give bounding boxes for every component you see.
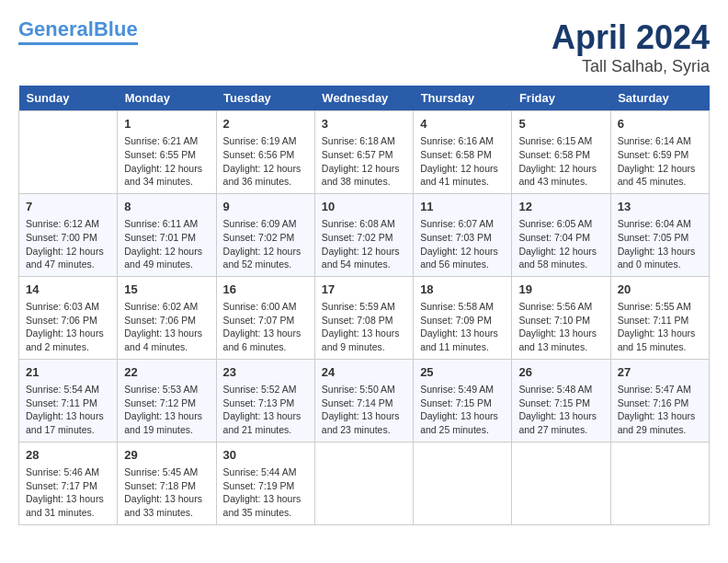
day-cell: 30Sunrise: 5:44 AM Sunset: 7:19 PM Dayli…: [216, 442, 314, 524]
logo-text: GeneralBlue: [18, 18, 138, 40]
header-day-wednesday: Wednesday: [314, 86, 413, 111]
day-cell: 10Sunrise: 6:08 AM Sunset: 7:02 PM Dayli…: [314, 193, 413, 276]
title-area: April 2024 Tall Salhab, Syria: [552, 18, 710, 76]
day-cell: [314, 442, 413, 524]
day-number: 26: [518, 364, 603, 381]
day-number: 18: [420, 282, 505, 298]
day-number: 11: [420, 199, 505, 215]
month-title: April 2024: [552, 18, 710, 57]
day-number: 16: [223, 282, 308, 298]
day-cell: 5Sunrise: 6:15 AM Sunset: 6:58 PM Daylig…: [512, 111, 610, 194]
day-info: Sunrise: 5:52 AM Sunset: 7:13 PM Dayligh…: [223, 383, 308, 437]
week-row-0: 1Sunrise: 6:21 AM Sunset: 6:55 PM Daylig…: [19, 111, 710, 194]
day-info: Sunrise: 6:18 AM Sunset: 6:57 PM Dayligh…: [322, 134, 406, 189]
day-cell: [512, 442, 610, 524]
day-cell: 17Sunrise: 5:59 AM Sunset: 7:08 PM Dayli…: [314, 276, 413, 359]
day-info: Sunrise: 6:11 AM Sunset: 7:01 PM Dayligh…: [124, 217, 209, 271]
day-cell: 21Sunrise: 5:54 AM Sunset: 7:11 PM Dayli…: [19, 359, 118, 442]
day-info: Sunrise: 5:53 AM Sunset: 7:12 PM Dayligh…: [124, 383, 209, 437]
day-cell: 20Sunrise: 5:55 AM Sunset: 7:11 PM Dayli…: [610, 276, 709, 359]
day-number: 21: [26, 364, 110, 381]
day-cell: 7Sunrise: 6:12 AM Sunset: 7:00 PM Daylig…: [19, 193, 118, 276]
day-number: 17: [322, 282, 406, 298]
day-cell: 1Sunrise: 6:21 AM Sunset: 6:55 PM Daylig…: [118, 111, 216, 194]
day-cell: 26Sunrise: 5:48 AM Sunset: 7:15 PM Dayli…: [512, 359, 610, 442]
day-info: Sunrise: 5:55 AM Sunset: 7:11 PM Dayligh…: [618, 300, 702, 354]
day-number: 13: [618, 199, 702, 215]
day-info: Sunrise: 6:15 AM Sunset: 6:58 PM Dayligh…: [518, 134, 603, 189]
day-cell: 11Sunrise: 6:07 AM Sunset: 7:03 PM Dayli…: [414, 193, 512, 276]
day-number: 28: [26, 447, 110, 464]
day-info: Sunrise: 6:02 AM Sunset: 7:06 PM Dayligh…: [124, 300, 209, 354]
day-number: 6: [618, 116, 702, 132]
day-number: 4: [420, 116, 505, 132]
header-day-tuesday: Tuesday: [216, 86, 314, 111]
logo-blue: Blue: [94, 17, 138, 40]
day-info: Sunrise: 5:47 AM Sunset: 7:16 PM Dayligh…: [618, 383, 702, 437]
day-info: Sunrise: 5:59 AM Sunset: 7:08 PM Dayligh…: [322, 300, 406, 354]
calendar-header-row: SundayMondayTuesdayWednesdayThursdayFrid…: [19, 86, 710, 111]
day-cell: 3Sunrise: 6:18 AM Sunset: 6:57 PM Daylig…: [314, 111, 413, 194]
day-number: 3: [322, 116, 406, 132]
day-cell: 4Sunrise: 6:16 AM Sunset: 6:58 PM Daylig…: [414, 111, 512, 194]
header: GeneralBlue April 2024 Tall Salhab, Syri…: [18, 18, 710, 76]
logo: GeneralBlue: [18, 18, 138, 45]
day-info: Sunrise: 5:49 AM Sunset: 7:15 PM Dayligh…: [420, 383, 505, 437]
day-number: 1: [124, 116, 209, 132]
day-info: Sunrise: 6:05 AM Sunset: 7:04 PM Dayligh…: [518, 217, 603, 271]
day-cell: 22Sunrise: 5:53 AM Sunset: 7:12 PM Dayli…: [118, 359, 216, 442]
day-number: 30: [223, 447, 308, 464]
day-number: 5: [518, 116, 603, 132]
day-info: Sunrise: 5:48 AM Sunset: 7:15 PM Dayligh…: [518, 383, 603, 437]
day-info: Sunrise: 5:46 AM Sunset: 7:17 PM Dayligh…: [26, 465, 110, 520]
day-info: Sunrise: 6:09 AM Sunset: 7:02 PM Dayligh…: [223, 217, 308, 271]
day-cell: 23Sunrise: 5:52 AM Sunset: 7:13 PM Dayli…: [216, 359, 314, 442]
day-number: 20: [618, 282, 702, 298]
day-number: 29: [124, 447, 209, 464]
day-cell: [610, 442, 709, 524]
day-info: Sunrise: 6:12 AM Sunset: 7:00 PM Dayligh…: [26, 217, 110, 271]
week-row-2: 14Sunrise: 6:03 AM Sunset: 7:06 PM Dayli…: [19, 276, 710, 359]
day-number: 27: [618, 364, 702, 381]
day-number: 24: [322, 364, 406, 381]
day-number: 7: [26, 199, 110, 215]
location-title: Tall Salhab, Syria: [552, 57, 710, 76]
day-cell: 12Sunrise: 6:05 AM Sunset: 7:04 PM Dayli…: [512, 193, 610, 276]
day-info: Sunrise: 5:50 AM Sunset: 7:14 PM Dayligh…: [322, 383, 406, 437]
day-info: Sunrise: 6:00 AM Sunset: 7:07 PM Dayligh…: [223, 300, 308, 354]
day-number: 14: [26, 282, 110, 298]
day-number: 23: [223, 364, 308, 381]
day-cell: 9Sunrise: 6:09 AM Sunset: 7:02 PM Daylig…: [216, 193, 314, 276]
day-number: 8: [124, 199, 209, 215]
day-number: 10: [322, 199, 406, 215]
day-info: Sunrise: 6:14 AM Sunset: 6:59 PM Dayligh…: [618, 134, 702, 189]
week-row-3: 21Sunrise: 5:54 AM Sunset: 7:11 PM Dayli…: [19, 359, 710, 442]
day-info: Sunrise: 5:58 AM Sunset: 7:09 PM Dayligh…: [420, 300, 505, 354]
day-info: Sunrise: 6:03 AM Sunset: 7:06 PM Dayligh…: [26, 300, 110, 354]
header-day-monday: Monday: [118, 86, 216, 111]
day-info: Sunrise: 6:16 AM Sunset: 6:58 PM Dayligh…: [420, 134, 505, 189]
day-cell: 28Sunrise: 5:46 AM Sunset: 7:17 PM Dayli…: [19, 442, 118, 524]
day-number: 22: [124, 364, 209, 381]
day-info: Sunrise: 5:44 AM Sunset: 7:19 PM Dayligh…: [223, 465, 308, 520]
day-cell: 14Sunrise: 6:03 AM Sunset: 7:06 PM Dayli…: [19, 276, 118, 359]
day-info: Sunrise: 5:54 AM Sunset: 7:11 PM Dayligh…: [26, 383, 110, 437]
day-cell: 8Sunrise: 6:11 AM Sunset: 7:01 PM Daylig…: [118, 193, 216, 276]
day-number: 25: [420, 364, 505, 381]
day-cell: 15Sunrise: 6:02 AM Sunset: 7:06 PM Dayli…: [118, 276, 216, 359]
day-cell: [19, 111, 118, 194]
header-day-saturday: Saturday: [610, 86, 709, 111]
day-cell: 6Sunrise: 6:14 AM Sunset: 6:59 PM Daylig…: [610, 111, 709, 194]
day-number: 15: [124, 282, 209, 298]
day-cell: [414, 442, 512, 524]
day-info: Sunrise: 5:56 AM Sunset: 7:10 PM Dayligh…: [518, 300, 603, 354]
header-day-sunday: Sunday: [19, 86, 118, 111]
day-cell: 16Sunrise: 6:00 AM Sunset: 7:07 PM Dayli…: [216, 276, 314, 359]
day-cell: 18Sunrise: 5:58 AM Sunset: 7:09 PM Dayli…: [414, 276, 512, 359]
day-cell: 25Sunrise: 5:49 AM Sunset: 7:15 PM Dayli…: [414, 359, 512, 442]
day-info: Sunrise: 6:21 AM Sunset: 6:55 PM Dayligh…: [124, 134, 209, 189]
day-number: 2: [223, 116, 308, 132]
day-number: 9: [223, 199, 308, 215]
day-number: 19: [518, 282, 603, 298]
day-info: Sunrise: 6:07 AM Sunset: 7:03 PM Dayligh…: [420, 217, 505, 271]
